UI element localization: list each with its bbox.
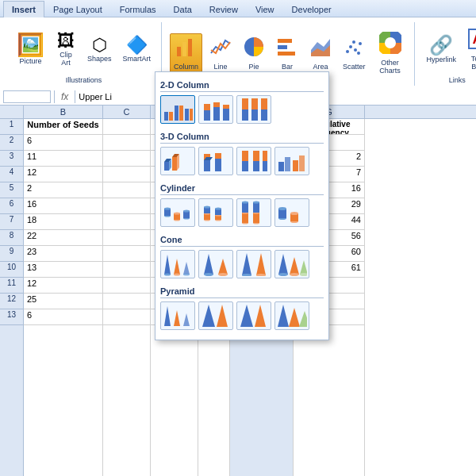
cell-b10[interactable]: 13 [24, 262, 102, 278]
cell-c11[interactable] [103, 278, 150, 294]
100-stacked-cylinder[interactable] [236, 198, 271, 227]
smart-art-icon: 🔷 [126, 36, 148, 54]
cell-c9[interactable] [103, 246, 150, 262]
hyperlink-button[interactable]: 🔗 Hyperlink [423, 33, 461, 66]
other-charts-button[interactable]: OtherCharts [373, 29, 408, 77]
text-box-button[interactable]: A TextBox [463, 25, 476, 73]
text-box-icon: A [468, 28, 476, 54]
svg-rect-39 [172, 157, 177, 171]
scatter-chart-icon [343, 36, 365, 62]
svg-marker-98 [204, 254, 213, 274]
3d-pyramid[interactable] [274, 301, 309, 330]
shapes-button[interactable]: ⬡ Shapes [83, 34, 116, 65]
3d-column-chart[interactable] [274, 147, 309, 175]
stacked-column-3d[interactable] [198, 147, 233, 175]
row-header-10: 10 [0, 262, 23, 278]
cell-b6[interactable]: 16 [24, 198, 102, 214]
100-stacked-pyramid[interactable] [236, 301, 271, 330]
svg-rect-1 [182, 42, 186, 56]
col-header-c: C [103, 106, 151, 118]
tab-review[interactable]: Review [201, 1, 247, 17]
cell-reference[interactable] [3, 90, 51, 103]
row-header-7: 7 [0, 214, 23, 230]
row-header-13: 13 [0, 309, 23, 325]
picture-button[interactable]: 🖼️ Picture [13, 32, 48, 67]
stacked-cone[interactable] [198, 250, 233, 278]
cell-c7[interactable] [103, 214, 150, 230]
svg-rect-32 [251, 109, 258, 121]
clip-art-button[interactable]: 🖼 ClipArt [52, 30, 80, 69]
bar-label: Bar [282, 63, 293, 71]
tab-developer[interactable]: Developer [283, 1, 340, 17]
line-chart-icon [209, 36, 232, 62]
svg-rect-0 [177, 47, 181, 56]
cell-c6[interactable] [103, 198, 150, 214]
clustered-column-3d[interactable] [160, 147, 195, 175]
cell-b11[interactable]: 12 [24, 278, 102, 294]
scatter-chart-button[interactable]: Scatter [339, 33, 370, 73]
cell-b12[interactable]: 25 [24, 294, 102, 309]
cell-c8[interactable] [103, 230, 150, 246]
svg-rect-77 [242, 213, 248, 223]
svg-point-15 [386, 39, 394, 47]
cell-c4[interactable] [103, 167, 150, 182]
100-stacked-cone[interactable] [236, 250, 271, 278]
cell-c5[interactable] [103, 182, 150, 198]
svg-marker-113 [174, 310, 180, 326]
tab-page-layout[interactable]: Page Layout [44, 1, 111, 17]
svg-rect-36 [164, 162, 169, 171]
tab-view[interactable]: View [247, 1, 283, 17]
cell-b13[interactable]: 6 [24, 309, 102, 325]
cell-c2[interactable] [103, 135, 150, 151]
svg-marker-108 [290, 257, 299, 274]
pyramid-title: Pyramid [160, 283, 324, 298]
svg-rect-46 [215, 153, 221, 159]
svg-marker-102 [242, 253, 251, 275]
cell-b1[interactable]: Number of Seeds [24, 119, 102, 135]
cell-b4[interactable]: 12 [24, 167, 102, 182]
clustered-cone[interactable] [160, 250, 195, 278]
cell-c1[interactable] [103, 119, 150, 135]
line-chart-button[interactable]: Line [205, 33, 236, 73]
bar-chart-button[interactable]: Bar [272, 33, 302, 73]
stacked-cylinder[interactable] [198, 198, 233, 227]
cell-b7[interactable]: 18 [24, 214, 102, 230]
cone-title: Cone [160, 232, 324, 247]
svg-marker-119 [278, 305, 289, 327]
clustered-pyramid[interactable] [160, 301, 195, 330]
tab-formulas[interactable]: Formulas [111, 1, 165, 17]
column-chart-button[interactable]: Column [170, 33, 202, 73]
100-stacked-column-2d[interactable] [236, 95, 271, 124]
svg-point-12 [352, 40, 355, 44]
illustrations-items: 🖼️ Picture 🖼 ClipArt ⬡ Shapes 🔷 SmartArt [13, 24, 155, 75]
cell-c3[interactable] [103, 151, 150, 167]
pie-chart-button[interactable]: Pie [239, 33, 269, 73]
3d-cylinder[interactable] [274, 198, 309, 227]
clustered-column-2d[interactable] [160, 95, 195, 124]
100-stacked-column-3d[interactable] [236, 147, 271, 175]
3d-column-options [160, 147, 324, 175]
smart-art-button[interactable]: 🔷 SmartArt [119, 34, 155, 65]
tab-data[interactable]: Data [165, 1, 201, 17]
svg-point-65 [183, 210, 190, 213]
stacked-pyramid[interactable] [198, 301, 233, 330]
cell-c10[interactable] [103, 262, 150, 278]
row-headers: 1 2 3 4 5 6 7 8 9 10 11 12 13 [0, 119, 24, 476]
tab-insert[interactable]: Insert [3, 1, 44, 17]
cell-b8[interactable]: 22 [24, 230, 102, 246]
2d-column-options [160, 95, 324, 124]
cell-c12[interactable] [103, 294, 150, 309]
cell-b2[interactable]: 6 [24, 135, 102, 151]
3d-cone[interactable] [274, 250, 309, 278]
area-chart-button[interactable]: Area [305, 33, 336, 73]
cell-b5[interactable]: 2 [24, 182, 102, 198]
cell-b3[interactable]: 11 [24, 151, 102, 167]
clustered-cylinder[interactable] [160, 198, 195, 227]
svg-rect-34 [261, 109, 267, 121]
ribbon-tabs: Insert Page Layout Formulas Data Review … [0, 0, 476, 17]
svg-marker-96 [183, 262, 190, 274]
cell-c13[interactable] [103, 309, 150, 325]
stacked-column-2d[interactable] [198, 95, 233, 124]
svg-point-14 [357, 52, 360, 55]
cell-b9[interactable]: 23 [24, 246, 102, 262]
